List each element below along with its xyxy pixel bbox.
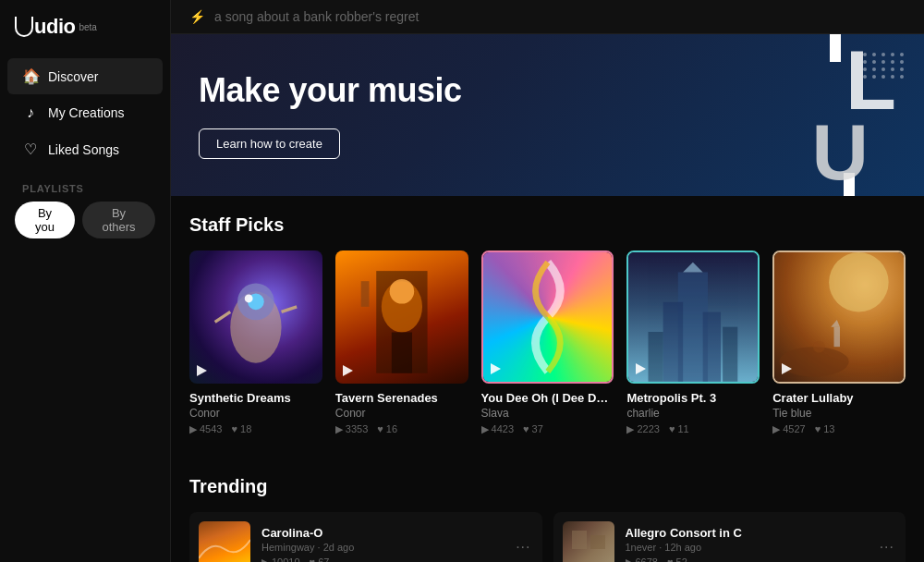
song-stats-crater: ▶ 4527 ♥ 13 <box>772 423 906 435</box>
nav-liked-songs[interactable]: ♡ Liked Songs <box>7 131 163 167</box>
search-bar: ⚡ <box>171 0 924 34</box>
svg-rect-13 <box>703 312 721 382</box>
play-icon <box>636 363 646 374</box>
bolt-icon: ⚡ <box>189 9 205 24</box>
trending-item-allegro[interactable]: Allegro Consort in C 1never · 12h ago ▶ … <box>553 512 906 562</box>
staff-picks-title: Staff Picks <box>189 214 906 236</box>
svg-rect-20 <box>834 327 840 348</box>
song-art-you-dee-oh <box>481 250 614 384</box>
music-icon: ♪ <box>22 104 39 121</box>
song-art-crater <box>772 250 906 384</box>
svg-line-5 <box>282 307 298 312</box>
trending-list: Carolina-O Hemingway · 2d ago ▶ 10010 ♥ … <box>189 512 906 562</box>
playlists-label: PLAYLISTS <box>0 168 170 202</box>
svg-rect-23 <box>590 535 605 549</box>
trending-item-carolina[interactable]: Carolina-O Hemingway · 2d ago ▶ 10010 ♥ … <box>189 512 542 562</box>
play-icon <box>197 365 207 376</box>
song-card-tavern[interactable]: Tavern Serenades Conor ▶ 3353 ♥ 16 <box>335 250 468 435</box>
plays-stat: ▶ 6678 <box>626 556 658 562</box>
plays-stat: ▶ 10010 <box>261 556 300 562</box>
trending-meta-carolina: Hemingway · 2d ago <box>261 542 533 553</box>
sidebar: udio beta 🏠 Discover ♪ My Creations ♡ Li… <box>0 0 171 562</box>
song-artist-you-dee-oh: Slava <box>481 407 614 420</box>
song-card-synthetic-dreams[interactable]: Synthetic Dreams Conor ▶ 4543 ♥ 18 <box>189 250 322 435</box>
more-options-button[interactable]: ··· <box>512 535 534 559</box>
logo-icon <box>15 17 33 37</box>
song-stats-you-dee-oh: ▶ 4423 ♥ 37 <box>481 423 614 435</box>
svg-rect-10 <box>360 281 369 307</box>
svg-point-19 <box>813 341 825 353</box>
play-icon <box>782 363 792 374</box>
likes-stat: ♥ 16 <box>377 423 397 434</box>
song-card-metropolis[interactable]: Metropolis Pt. 3 charlie ▶ 2223 ♥ 11 <box>626 250 760 435</box>
svg-rect-15 <box>723 327 738 382</box>
svg-point-8 <box>389 279 414 304</box>
likes-stat: ♥ 37 <box>523 423 543 434</box>
playlist-tabs: By you By others <box>0 202 170 238</box>
staff-picks-section: Staff Picks <box>171 196 924 435</box>
plays-stat: ▶ 2223 <box>626 423 659 435</box>
song-stats-synthetic-dreams: ▶ 4543 ♥ 18 <box>189 423 322 435</box>
song-artist-metropolis: charlie <box>626 407 760 420</box>
trending-stats-allegro: ▶ 6678 ♥ 52 <box>626 556 897 562</box>
song-card-crater[interactable]: Crater Lullaby Tie blue ▶ 4527 ♥ 13 <box>772 250 906 435</box>
trending-title: Trending <box>189 476 906 497</box>
shape-bar1 <box>830 34 841 62</box>
svg-marker-16 <box>684 263 704 273</box>
song-name-metropolis: Metropolis Pt. 3 <box>626 391 760 405</box>
plays-stat: ▶ 4527 <box>772 423 805 435</box>
play-icon <box>343 365 353 376</box>
more-options-button[interactable]: ··· <box>876 535 898 559</box>
song-artist-tavern: Conor <box>335 407 468 420</box>
trending-meta-allegro: 1never · 12h ago <box>626 542 897 553</box>
learn-create-button[interactable]: Learn how to create <box>199 128 340 159</box>
app-name: udio <box>34 15 75 39</box>
logo-area: udio beta <box>0 15 170 57</box>
nav-my-creations[interactable]: ♪ My Creations <box>7 95 163 130</box>
song-name-synthetic-dreams: Synthetic Dreams <box>189 391 322 405</box>
tab-by-others[interactable]: By others <box>82 202 155 238</box>
song-art-tavern <box>335 250 468 384</box>
song-name-crater: Crater Lullaby <box>772 391 906 405</box>
trending-info-allegro: Allegro Consort in C 1never · 12h ago ▶ … <box>626 526 897 562</box>
likes-stat: ♥ 52 <box>667 556 687 562</box>
svg-line-4 <box>215 312 231 322</box>
trending-name-carolina: Carolina-O <box>261 526 533 540</box>
tab-by-you[interactable]: By you <box>15 202 75 238</box>
likes-stat: ♥ 11 <box>669 423 689 434</box>
plays-stat: ▶ 3353 <box>335 423 368 435</box>
trending-info-carolina: Carolina-O Hemingway · 2d ago ▶ 10010 ♥ … <box>261 526 533 562</box>
hero-banner: Make your music Learn how to create L U <box>171 34 924 196</box>
trending-name-allegro: Allegro Consort in C <box>626 526 897 540</box>
nav-my-creations-label: My Creations <box>48 105 124 120</box>
staff-picks-grid: Synthetic Dreams Conor ▶ 4543 ♥ 18 <box>189 250 906 435</box>
trending-thumb-carolina <box>199 521 250 562</box>
search-input[interactable] <box>214 9 906 24</box>
svg-point-3 <box>245 295 253 303</box>
song-name-tavern: Tavern Serenades <box>335 391 468 405</box>
song-artist-synthetic-dreams: Conor <box>189 407 322 420</box>
home-icon: 🏠 <box>22 67 39 85</box>
song-stats-metropolis: ▶ 2223 ♥ 11 <box>626 423 760 435</box>
svg-rect-12 <box>663 302 684 382</box>
trending-thumb-allegro <box>563 521 614 562</box>
likes-stat: ♥ 13 <box>815 423 835 434</box>
trending-section: Trending Carolina-O Hemingway · 2d ago ▶… <box>171 458 924 562</box>
beta-badge: beta <box>79 22 96 32</box>
song-art-metropolis <box>626 250 760 384</box>
song-name-you-dee-oh: You Dee Oh (I Dee Dance) <box>481 391 614 405</box>
svg-point-17 <box>829 252 889 312</box>
heart-icon: ♡ <box>22 140 39 158</box>
play-icon <box>491 363 501 374</box>
svg-marker-21 <box>831 320 840 327</box>
svg-rect-22 <box>572 531 587 549</box>
main-nav: 🏠 Discover ♪ My Creations ♡ Liked Songs <box>0 57 170 168</box>
content-area: Make your music Learn how to create L U … <box>171 34 924 562</box>
shape-dots <box>863 53 906 79</box>
likes-stat: ♥ 18 <box>231 423 251 434</box>
song-card-you-dee-oh[interactable]: You Dee Oh (I Dee Dance) Slava ▶ 4423 ♥ … <box>481 250 614 435</box>
song-art-synthetic-dreams <box>189 250 322 384</box>
nav-discover[interactable]: 🏠 Discover <box>7 58 163 94</box>
shape-letter-u: U <box>812 113 869 191</box>
nav-discover-label: Discover <box>48 69 98 84</box>
